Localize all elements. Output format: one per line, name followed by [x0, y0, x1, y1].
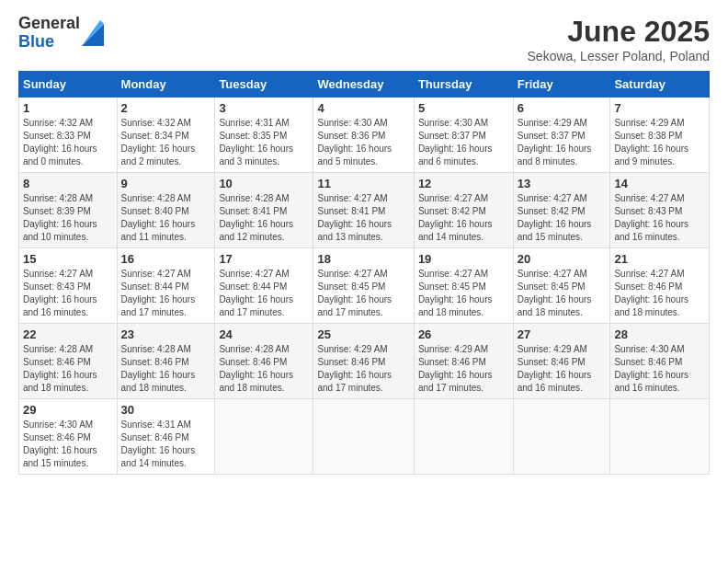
logo-icon — [82, 20, 104, 46]
calendar-week-row: 1Sunrise: 4:32 AM Sunset: 8:33 PM Daylig… — [19, 98, 710, 173]
day-number: 23 — [121, 327, 211, 341]
calendar-cell: 20Sunrise: 4:27 AM Sunset: 8:45 PM Dayli… — [513, 248, 610, 324]
calendar-cell: 7Sunrise: 4:29 AM Sunset: 8:38 PM Daylig… — [610, 98, 710, 173]
calendar-cell: 1Sunrise: 4:32 AM Sunset: 8:33 PM Daylig… — [19, 98, 118, 173]
day-info: Sunrise: 4:27 AM Sunset: 8:45 PM Dayligh… — [418, 268, 509, 319]
calendar-cell: 24Sunrise: 4:28 AM Sunset: 8:46 PM Dayli… — [215, 324, 313, 399]
day-number: 1 — [23, 101, 113, 115]
day-number: 11 — [317, 177, 409, 190]
day-number: 6 — [518, 101, 607, 115]
day-info: Sunrise: 4:32 AM Sunset: 8:34 PM Dayligh… — [121, 117, 211, 168]
day-number: 22 — [23, 327, 113, 341]
calendar-cell: 10Sunrise: 4:28 AM Sunset: 8:41 PM Dayli… — [215, 173, 313, 248]
calendar-cell — [414, 399, 513, 475]
calendar-week-row: 22Sunrise: 4:28 AM Sunset: 8:46 PM Dayli… — [19, 324, 710, 399]
day-info: Sunrise: 4:27 AM Sunset: 8:43 PM Dayligh… — [614, 192, 705, 244]
day-info: Sunrise: 4:29 AM Sunset: 8:46 PM Dayligh… — [518, 343, 607, 395]
day-info: Sunrise: 4:27 AM Sunset: 8:41 PM Dayligh… — [317, 192, 409, 244]
day-info: Sunrise: 4:27 AM Sunset: 8:45 PM Dayligh… — [518, 268, 607, 319]
calendar-cell: 16Sunrise: 4:27 AM Sunset: 8:44 PM Dayli… — [117, 248, 215, 324]
day-number: 5 — [418, 101, 509, 115]
calendar-cell — [215, 399, 313, 475]
day-info: Sunrise: 4:31 AM Sunset: 8:46 PM Dayligh… — [121, 419, 211, 470]
calendar-cell: 3Sunrise: 4:31 AM Sunset: 8:35 PM Daylig… — [215, 98, 313, 173]
calendar-table: SundayMondayTuesdayWednesdayThursdayFrid… — [18, 71, 710, 475]
day-number: 18 — [317, 252, 409, 266]
calendar-cell: 6Sunrise: 4:29 AM Sunset: 8:37 PM Daylig… — [513, 98, 610, 173]
calendar-cell: 26Sunrise: 4:29 AM Sunset: 8:46 PM Dayli… — [414, 324, 513, 399]
calendar-cell: 5Sunrise: 4:30 AM Sunset: 8:37 PM Daylig… — [414, 98, 513, 173]
calendar-week-row: 15Sunrise: 4:27 AM Sunset: 8:43 PM Dayli… — [19, 248, 710, 324]
day-number: 2 — [121, 101, 211, 115]
calendar-cell: 21Sunrise: 4:27 AM Sunset: 8:46 PM Dayli… — [610, 248, 710, 324]
day-info: Sunrise: 4:32 AM Sunset: 8:33 PM Dayligh… — [23, 117, 113, 168]
day-info: Sunrise: 4:28 AM Sunset: 8:41 PM Dayligh… — [219, 192, 309, 244]
subtitle: Sekowa, Lesser Poland, Poland — [528, 49, 710, 63]
page: General Blue June 2025 Sekowa, Lesser Po… — [0, 0, 728, 563]
calendar-cell: 18Sunrise: 4:27 AM Sunset: 8:45 PM Dayli… — [313, 248, 414, 324]
calendar-cell: 22Sunrise: 4:28 AM Sunset: 8:46 PM Dayli… — [19, 324, 118, 399]
day-info: Sunrise: 4:29 AM Sunset: 8:46 PM Dayligh… — [317, 343, 409, 395]
calendar-cell: 27Sunrise: 4:29 AM Sunset: 8:46 PM Dayli… — [513, 324, 610, 399]
calendar-cell: 14Sunrise: 4:27 AM Sunset: 8:43 PM Dayli… — [610, 173, 710, 248]
day-info: Sunrise: 4:27 AM Sunset: 8:42 PM Dayligh… — [518, 192, 607, 244]
calendar-day-header: Thursday — [414, 72, 513, 98]
calendar-cell: 17Sunrise: 4:27 AM Sunset: 8:44 PM Dayli… — [215, 248, 313, 324]
logo-blue: Blue — [18, 33, 80, 52]
day-number: 30 — [121, 403, 211, 417]
day-info: Sunrise: 4:27 AM Sunset: 8:44 PM Dayligh… — [121, 268, 211, 319]
calendar-cell: 25Sunrise: 4:29 AM Sunset: 8:46 PM Dayli… — [313, 324, 414, 399]
calendar-day-header: Sunday — [19, 72, 118, 98]
day-number: 7 — [614, 101, 705, 115]
day-number: 8 — [23, 177, 113, 190]
calendar-cell — [313, 399, 414, 475]
day-number: 17 — [219, 252, 309, 266]
day-info: Sunrise: 4:28 AM Sunset: 8:46 PM Dayligh… — [23, 343, 113, 395]
header: General Blue June 2025 Sekowa, Lesser Po… — [18, 15, 710, 63]
calendar-day-header: Saturday — [610, 72, 710, 98]
day-info: Sunrise: 4:31 AM Sunset: 8:35 PM Dayligh… — [219, 117, 309, 168]
day-number: 26 — [418, 327, 509, 341]
day-info: Sunrise: 4:28 AM Sunset: 8:39 PM Dayligh… — [23, 192, 113, 244]
calendar-cell: 15Sunrise: 4:27 AM Sunset: 8:43 PM Dayli… — [19, 248, 118, 324]
calendar-cell: 4Sunrise: 4:30 AM Sunset: 8:36 PM Daylig… — [313, 98, 414, 173]
calendar-cell — [610, 399, 710, 475]
day-number: 10 — [219, 177, 309, 190]
calendar-cell: 29Sunrise: 4:30 AM Sunset: 8:46 PM Dayli… — [19, 399, 118, 475]
calendar-cell: 2Sunrise: 4:32 AM Sunset: 8:34 PM Daylig… — [117, 98, 215, 173]
day-info: Sunrise: 4:27 AM Sunset: 8:45 PM Dayligh… — [317, 268, 409, 319]
day-number: 9 — [121, 177, 211, 190]
calendar-header-row: SundayMondayTuesdayWednesdayThursdayFrid… — [19, 72, 710, 98]
calendar-cell — [513, 399, 610, 475]
calendar-day-header: Monday — [117, 72, 215, 98]
day-number: 20 — [518, 252, 607, 266]
calendar-week-row: 29Sunrise: 4:30 AM Sunset: 8:46 PM Dayli… — [19, 399, 710, 475]
day-info: Sunrise: 4:30 AM Sunset: 8:46 PM Dayligh… — [614, 343, 705, 395]
day-number: 12 — [418, 177, 509, 190]
day-number: 25 — [317, 327, 409, 341]
day-info: Sunrise: 4:30 AM Sunset: 8:46 PM Dayligh… — [23, 419, 113, 470]
day-info: Sunrise: 4:28 AM Sunset: 8:46 PM Dayligh… — [121, 343, 211, 395]
day-info: Sunrise: 4:28 AM Sunset: 8:46 PM Dayligh… — [219, 343, 309, 395]
day-number: 3 — [219, 101, 309, 115]
calendar-day-header: Friday — [513, 72, 610, 98]
calendar-week-row: 8Sunrise: 4:28 AM Sunset: 8:39 PM Daylig… — [19, 173, 710, 248]
logo: General Blue — [18, 15, 104, 52]
calendar-cell: 11Sunrise: 4:27 AM Sunset: 8:41 PM Dayli… — [313, 173, 414, 248]
calendar-cell: 13Sunrise: 4:27 AM Sunset: 8:42 PM Dayli… — [513, 173, 610, 248]
day-info: Sunrise: 4:27 AM Sunset: 8:43 PM Dayligh… — [23, 268, 113, 319]
day-info: Sunrise: 4:27 AM Sunset: 8:42 PM Dayligh… — [418, 192, 509, 244]
logo-text: General Blue — [18, 15, 80, 52]
day-info: Sunrise: 4:27 AM Sunset: 8:46 PM Dayligh… — [614, 268, 705, 319]
month-title: June 2025 — [528, 15, 710, 49]
calendar-cell: 30Sunrise: 4:31 AM Sunset: 8:46 PM Dayli… — [117, 399, 215, 475]
day-number: 28 — [614, 327, 705, 341]
logo-general: General — [18, 15, 80, 33]
day-number: 27 — [518, 327, 607, 341]
calendar-cell: 19Sunrise: 4:27 AM Sunset: 8:45 PM Dayli… — [414, 248, 513, 324]
day-number: 21 — [614, 252, 705, 266]
day-number: 14 — [614, 177, 705, 190]
calendar-cell: 12Sunrise: 4:27 AM Sunset: 8:42 PM Dayli… — [414, 173, 513, 248]
calendar-cell: 23Sunrise: 4:28 AM Sunset: 8:46 PM Dayli… — [117, 324, 215, 399]
day-number: 29 — [23, 403, 113, 417]
